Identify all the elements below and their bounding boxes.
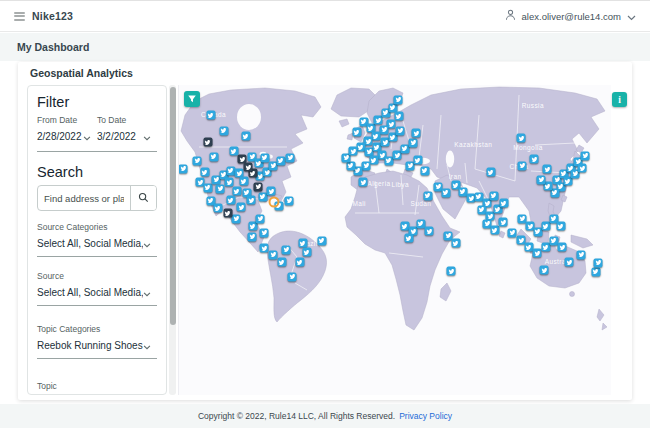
- map-marker[interactable]: [581, 151, 590, 160]
- map-marker[interactable]: [451, 239, 460, 248]
- map-marker[interactable]: [232, 214, 241, 223]
- map-marker[interactable]: [490, 226, 499, 235]
- map-marker[interactable]: [179, 164, 188, 173]
- map-marker[interactable]: [423, 191, 432, 200]
- map-marker[interactable]: [260, 153, 269, 162]
- map-marker[interactable]: [359, 178, 368, 187]
- map-marker[interactable]: [594, 258, 603, 267]
- menu-icon[interactable]: [14, 12, 25, 21]
- map-marker[interactable]: [302, 248, 311, 257]
- map-marker[interactable]: [229, 147, 238, 156]
- map-marker[interactable]: [556, 222, 565, 231]
- map-marker[interactable]: [409, 138, 418, 147]
- topic-categories-select[interactable]: Topic Categories Reebok Running Shoes,..…: [37, 324, 157, 359]
- map-marker[interactable]: [216, 184, 225, 193]
- map-marker[interactable]: [237, 203, 246, 212]
- map-marker[interactable]: [404, 234, 413, 243]
- map-marker[interactable]: [260, 244, 269, 253]
- map-marker[interactable]: [577, 250, 586, 259]
- map-marker[interactable]: [420, 166, 429, 175]
- map-marker[interactable]: [193, 156, 202, 165]
- to-date-select[interactable]: To Date 3/2/2022: [97, 115, 157, 145]
- map-marker[interactable]: [269, 196, 280, 207]
- map-marker[interactable]: [533, 249, 542, 258]
- map-marker[interactable]: [286, 153, 295, 162]
- map-marker[interactable]: [213, 204, 222, 213]
- map-marker[interactable]: [269, 250, 278, 259]
- map-marker[interactable]: [219, 126, 228, 135]
- map-marker[interactable]: [349, 147, 358, 156]
- search-input[interactable]: [38, 186, 130, 210]
- map-marker[interactable]: [578, 164, 587, 173]
- map-marker[interactable]: [396, 126, 405, 135]
- map-marker[interactable]: [267, 187, 276, 196]
- map-marker[interactable]: [244, 163, 253, 172]
- map-marker[interactable]: [239, 177, 248, 186]
- map-marker[interactable]: [362, 161, 371, 170]
- map-marker[interactable]: [530, 155, 539, 164]
- user-menu[interactable]: alex.oliver@rule14.com: [505, 7, 636, 25]
- source-categories-select[interactable]: Source Categories Select All, Social Med…: [37, 222, 157, 257]
- map-marker[interactable]: [317, 236, 326, 245]
- privacy-policy-link[interactable]: Privacy Policy: [399, 411, 452, 421]
- map-marker[interactable]: [508, 228, 517, 237]
- map-marker[interactable]: [565, 258, 574, 267]
- map-marker[interactable]: [277, 258, 286, 267]
- map-marker[interactable]: [203, 183, 212, 192]
- map-marker[interactable]: [425, 227, 434, 236]
- map-marker[interactable]: [209, 152, 218, 161]
- map-marker[interactable]: [276, 156, 285, 165]
- map-marker[interactable]: [517, 134, 526, 143]
- map-marker[interactable]: [558, 243, 567, 252]
- map-marker[interactable]: [232, 187, 241, 196]
- map-filter-button[interactable]: [184, 91, 200, 107]
- map-marker[interactable]: [223, 209, 232, 218]
- map-marker[interactable]: [226, 196, 235, 205]
- map-marker[interactable]: [591, 267, 600, 276]
- map-marker[interactable]: [260, 228, 269, 237]
- sidebar-scrollbar[interactable]: [169, 85, 176, 395]
- map-marker[interactable]: [285, 196, 294, 205]
- from-date-select[interactable]: From Date 2/28/2022: [37, 115, 97, 145]
- map-marker[interactable]: [380, 125, 389, 134]
- scrollbar-thumb[interactable]: [170, 87, 176, 325]
- map-marker[interactable]: [518, 161, 527, 170]
- map-marker[interactable]: [256, 214, 265, 223]
- map-marker[interactable]: [241, 132, 250, 141]
- map-marker[interactable]: [200, 168, 209, 177]
- map-marker[interactable]: [288, 272, 297, 281]
- map-marker[interactable]: [486, 168, 495, 177]
- map-marker[interactable]: [543, 165, 552, 174]
- map-marker[interactable]: [537, 175, 546, 184]
- map-marker[interactable]: [225, 178, 234, 187]
- map-marker[interactable]: [447, 267, 456, 276]
- map-marker[interactable]: [282, 245, 291, 254]
- map-marker[interactable]: [203, 138, 212, 147]
- search-button[interactable]: [130, 186, 156, 210]
- source-select[interactable]: Source Select All, Social Media,...: [37, 271, 157, 306]
- map-marker[interactable]: [441, 188, 450, 197]
- map-marker[interactable]: [206, 111, 215, 120]
- map-marker[interactable]: [412, 129, 421, 138]
- map-marker[interactable]: [254, 182, 263, 191]
- map-info-button[interactable]: i: [612, 92, 627, 107]
- map-marker[interactable]: [413, 156, 422, 165]
- map-marker[interactable]: [499, 199, 508, 208]
- map-marker[interactable]: [371, 132, 380, 141]
- map-marker[interactable]: [248, 232, 257, 241]
- map-marker[interactable]: [298, 239, 307, 248]
- map-marker[interactable]: [541, 222, 550, 231]
- map-canvas[interactable]: CanadaRussiaKazakhstanMongoliaChinaIranL…: [178, 85, 611, 395]
- map-marker[interactable]: [489, 191, 498, 200]
- map-marker[interactable]: [346, 161, 355, 170]
- map-marker[interactable]: [247, 196, 256, 205]
- map-marker[interactable]: [394, 112, 403, 121]
- topic-select[interactable]: Topic Select All, Zig Dynamica,...: [37, 381, 157, 395]
- map-marker[interactable]: [499, 218, 508, 227]
- map-marker[interactable]: [369, 156, 378, 165]
- map-marker[interactable]: [352, 128, 361, 137]
- map-marker[interactable]: [394, 95, 403, 104]
- page-title: My Dashboard: [17, 41, 89, 53]
- map-marker[interactable]: [540, 266, 549, 275]
- map-marker[interactable]: [295, 258, 304, 267]
